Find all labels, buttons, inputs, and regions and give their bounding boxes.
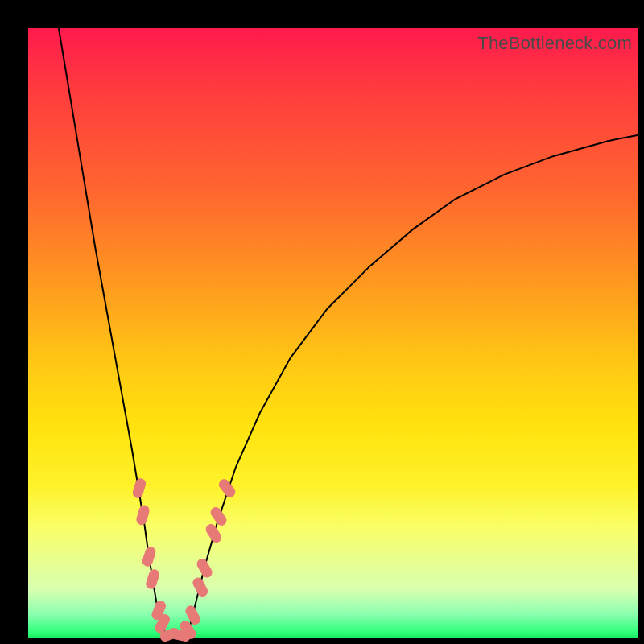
highlight-marker bbox=[192, 576, 209, 598]
highlight-marker bbox=[135, 505, 150, 526]
chart-frame: TheBottleneck.com bbox=[0, 0, 644, 644]
highlight-marker bbox=[145, 568, 160, 590]
curve-right-branch bbox=[187, 135, 638, 636]
highlight-marker bbox=[209, 506, 229, 527]
curve-left-branch bbox=[59, 28, 167, 635]
highlight-marker bbox=[204, 522, 223, 544]
highlight-marker bbox=[196, 557, 213, 579]
chart-svg bbox=[28, 28, 638, 638]
highlight-marker bbox=[217, 477, 237, 498]
chart-plot-area: TheBottleneck.com bbox=[28, 28, 638, 638]
highlight-marker bbox=[142, 546, 157, 568]
marker-group bbox=[132, 477, 237, 642]
highlight-marker bbox=[132, 477, 147, 498]
